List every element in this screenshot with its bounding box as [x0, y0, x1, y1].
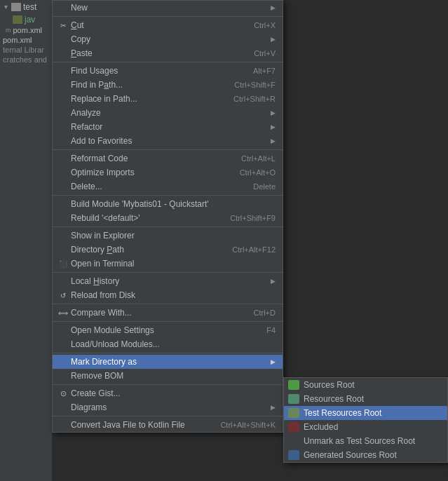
submenu-item-generated[interactable]: Generated Sources Root — [284, 448, 447, 462]
tree-root[interactable]: ▼ test — [0, 0, 52, 14]
folder-icon — [11, 3, 21, 11]
sep-6 — [53, 272, 283, 273]
menu-item-remove-bom[interactable]: Remove BOM — [53, 369, 283, 383]
menu-cut-label: Cut — [71, 20, 240, 30]
java-folder-icon — [13, 15, 22, 24]
reload-icon: ↺ — [58, 292, 68, 299]
pom1-label: pom.xml — [13, 26, 43, 34]
menu-load-modules-label: Load/Unload Modules... — [71, 339, 276, 349]
submenu-item-test-resources[interactable]: Test Resources Root — [284, 406, 447, 420]
test-resources-label: Test Resources Root — [304, 408, 381, 418]
menu-item-kotlin[interactable]: Convert Java File to Kotlin File Ctrl+Al… — [53, 418, 283, 432]
menu-reformat-label: Reformat Code — [71, 154, 227, 163]
submenu-item-resources[interactable]: Resources Root — [284, 392, 447, 406]
menu-build-label: Build Module 'Mybatis01 - Quickstart' — [71, 199, 276, 209]
tree-item-pom2[interactable]: pom.xml — [0, 35, 52, 45]
history-arrow: ▶ — [271, 278, 276, 285]
optimize-shortcut: Ctrl+Alt+O — [240, 168, 276, 177]
menu-item-compare[interactable]: ⟺ Compare With... Ctrl+D — [53, 306, 283, 320]
copy-arrow: ▶ — [271, 36, 276, 43]
excluded-label: Excluded — [304, 422, 338, 432]
menu-item-gist[interactable]: ⊙ Create Gist... — [53, 386, 283, 400]
submenu-item-excluded[interactable]: Excluded — [284, 420, 447, 434]
menu-item-find-path[interactable]: Find in Path... Ctrl+Shift+F — [53, 78, 283, 92]
menu-refactor-label: Refactor — [71, 122, 271, 132]
menu-item-copy[interactable]: Copy ▶ — [53, 32, 283, 46]
menu-optimize-label: Optimize Imports — [71, 168, 226, 177]
menu-item-reload[interactable]: ↺ Reload from Disk — [53, 288, 283, 302]
menu-favorites-label: Add to Favorites — [71, 136, 271, 146]
test-resources-icon — [288, 408, 299, 418]
menu-item-load-modules[interactable]: Load/Unload Modules... — [53, 337, 283, 351]
menu-gist-label: Create Gist... — [71, 388, 276, 398]
menu-item-delete[interactable]: Delete... Delete — [53, 179, 283, 194]
menu-replace-path-label: Replace in Path... — [71, 94, 219, 104]
menu-copy-label: Copy — [71, 34, 271, 44]
delete-shortcut: Delete — [253, 182, 276, 191]
dir-path-shortcut: Ctrl+Alt+F12 — [232, 245, 276, 254]
menu-item-optimize[interactable]: Optimize Imports Ctrl+Alt+O — [53, 165, 283, 179]
rebuild-shortcut: Ctrl+Shift+F9 — [230, 214, 276, 222]
favorites-arrow: ▶ — [271, 137, 276, 144]
scratch-label: cratches and — [3, 55, 47, 64]
module-settings-shortcut: F4 — [266, 326, 276, 334]
sep-8 — [53, 321, 283, 322]
sources-icon — [288, 380, 299, 390]
menu-item-module-settings[interactable]: Open Module Settings F4 — [53, 323, 283, 337]
submenu-item-sources[interactable]: Sources Root — [284, 378, 447, 392]
mark-directory-submenu: Sources Root Resources Root Test Resourc… — [283, 377, 448, 463]
menu-rebuild-label: Rebuild '<default>' — [71, 213, 216, 223]
menu-paste-label: Paste — [71, 48, 240, 58]
diagrams-arrow: ▶ — [271, 404, 276, 411]
tree-item-scratch: cratches and — [0, 55, 52, 65]
sep-3 — [53, 149, 283, 150]
reformat-shortcut: Ctrl+Alt+L — [241, 154, 276, 163]
menu-item-dir-path[interactable]: Directory Path Ctrl+Alt+F12 — [53, 243, 283, 257]
menu-item-new[interactable]: New ▶ — [53, 1, 283, 15]
menu-find-path-label: Find in Path... — [71, 80, 220, 90]
menu-item-reformat[interactable]: Reformat Code Ctrl+Alt+L — [53, 151, 283, 165]
menu-diagrams-label: Diagrams — [71, 402, 271, 412]
terminal-icon: ⬛ — [58, 260, 68, 268]
sep-1 — [53, 16, 283, 17]
menu-item-replace-path[interactable]: Replace in Path... Ctrl+Shift+R — [53, 92, 283, 106]
menu-item-diagrams[interactable]: Diagrams ▶ — [53, 400, 283, 414]
excluded-icon — [288, 422, 299, 432]
sep-4 — [53, 195, 283, 196]
sources-label: Sources Root — [304, 380, 355, 390]
cut-shortcut: Ctrl+X — [254, 21, 276, 29]
pom2-label: pom.xml — [3, 36, 32, 44]
sep-5 — [53, 226, 283, 227]
menu-item-local-history[interactable]: Local History ▶ — [53, 274, 283, 288]
menu-item-refactor[interactable]: Refactor ▶ — [53, 120, 283, 134]
menu-find-usages-label: Find Usages — [71, 66, 239, 76]
menu-analyze-label: Analyze — [71, 108, 271, 118]
tree-root-label: test — [23, 2, 36, 12]
menu-item-favorites[interactable]: Add to Favorites ▶ — [53, 134, 283, 148]
sep-2 — [53, 62, 283, 62]
pom-icon-m: m — [6, 27, 11, 34]
generated-icon — [288, 450, 299, 460]
menu-new-label: New — [71, 3, 271, 13]
tree-item-external: ternal Librar — [0, 45, 52, 55]
menu-item-rebuild[interactable]: Rebuild '<default>' Ctrl+Shift+F9 — [53, 211, 283, 225]
compare-shortcut: Ctrl+D — [254, 309, 276, 317]
submenu-item-unmark[interactable]: Unmark as Test Sources Root — [284, 434, 447, 448]
menu-item-mark-dir[interactable]: Mark Directory as ▶ — [53, 355, 283, 369]
unmark-icon — [288, 436, 299, 446]
compare-icon: ⟺ — [58, 309, 68, 317]
menu-item-analyze[interactable]: Analyze ▶ — [53, 106, 283, 120]
menu-item-find-usages[interactable]: Find Usages Alt+F7 — [53, 64, 283, 78]
menu-item-build[interactable]: Build Module 'Mybatis01 - Quickstart' — [53, 197, 283, 211]
menu-item-terminal[interactable]: ⬛ Open in Terminal — [53, 257, 283, 271]
menu-item-paste[interactable]: Paste Ctrl+V — [53, 46, 283, 60]
find-path-shortcut: Ctrl+Shift+F — [234, 81, 276, 89]
menu-item-cut[interactable]: ✂ Cut Ctrl+X — [53, 18, 283, 32]
menu-dir-path-label: Directory Path — [71, 245, 218, 255]
mark-dir-arrow: ▶ — [271, 358, 276, 365]
menu-mark-dir-label: Mark Directory as — [71, 357, 271, 367]
tree-item-java[interactable]: jav — [0, 14, 52, 25]
menu-item-show-explorer[interactable]: Show in Explorer — [53, 229, 283, 243]
tree-item-pom1[interactable]: m pom.xml — [0, 25, 52, 35]
refactor-arrow: ▶ — [271, 123, 276, 130]
